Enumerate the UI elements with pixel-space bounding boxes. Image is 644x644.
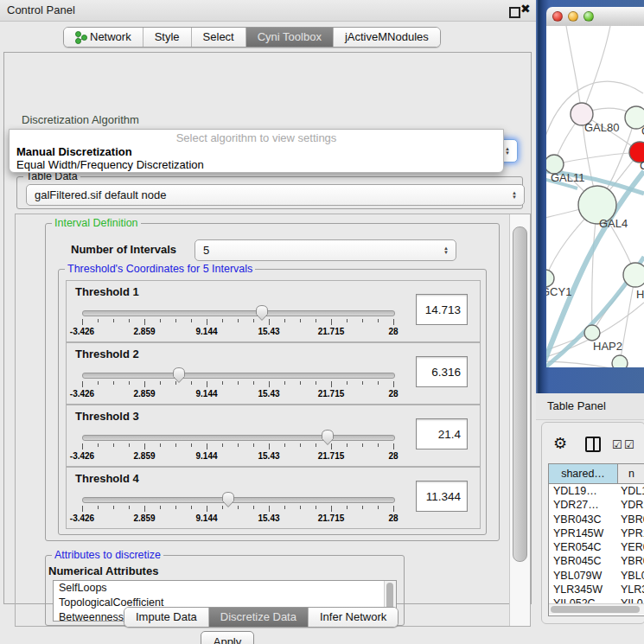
table-data-value: galFiltered.sif default node <box>35 188 166 201</box>
interval-definition-group: Interval Definition Number of Intervals … <box>45 223 500 541</box>
table-row[interactable]: YPR145WYPR1 <box>549 526 644 540</box>
tab-cyni-toolbox[interactable]: Cyni Toolbox <box>246 28 334 47</box>
stepper-icon: ▲▼ <box>443 246 449 255</box>
node-label: GAL80 <box>584 121 619 134</box>
network-node-hap2[interactable] <box>584 325 600 341</box>
column-layout-icon[interactable] <box>585 437 601 452</box>
column-header-name[interactable]: n <box>618 464 644 483</box>
column-header-shared-name[interactable]: shared… <box>549 464 618 483</box>
checked-checkbox-icon[interactable]: ☑ <box>612 438 622 451</box>
table-data-combobox[interactable]: galFiltered.sif default node ▲▼ <box>26 184 525 206</box>
threshold-value-field[interactable]: 14.713 <box>416 294 468 325</box>
network-graph: GAL80GCGAL11GAL4GCY1HHAP2 <box>546 26 644 367</box>
network-window-titlebar[interactable] <box>546 7 644 27</box>
tab-impute-data[interactable]: Impute Data <box>124 608 209 627</box>
node-label: C <box>640 159 644 172</box>
settings-scroll-area: Interval Definition Number of Intervals … <box>15 214 531 627</box>
threshold-panel-4: Threshold 4-3.4262.8599.14415.4321.71528… <box>66 467 481 529</box>
network-edge[interactable] <box>566 26 582 114</box>
network-node[interactable] <box>612 355 628 367</box>
table-row[interactable]: YDR27…YDR2 <box>549 498 644 512</box>
node-label: GAL4 <box>599 217 628 230</box>
threshold-slider[interactable]: -3.4262.8599.14415.4321.71528 <box>82 491 393 522</box>
table-row[interactable]: YBR045CYBR0 <box>549 554 644 568</box>
network-node-h[interactable] <box>623 263 644 287</box>
close-traffic-light-icon[interactable] <box>552 11 563 22</box>
node-label: GAL11 <box>551 171 585 184</box>
table-data-group: Table Data galFiltered.sif default node … <box>16 176 523 209</box>
close-icon[interactable]: ✖ <box>520 2 531 16</box>
threshold-label: Threshold 3 <box>75 410 139 423</box>
checked-checkbox-icon[interactable]: ☑ <box>624 438 634 451</box>
number-of-intervals-value: 5 <box>203 244 209 257</box>
threshold-panel-1: Threshold 1-3.4262.8599.14415.4321.71528… <box>66 280 481 342</box>
thresholds-group-title: Threshold's Coordinates for 5 Intervals <box>65 263 255 275</box>
threshold-slider[interactable]: -3.4262.8599.14415.4321.71528 <box>82 304 393 335</box>
bottom-tab-bar: Impute DataDiscretize DataInfer Network <box>124 607 399 628</box>
algorithm-placeholder-option[interactable]: Select algorithm to view settings <box>10 131 503 144</box>
gear-icon[interactable]: ⚙ <box>553 434 567 453</box>
tab-network[interactable]: Network <box>64 28 143 47</box>
threshold-panel-2: Threshold 2-3.4262.8599.14415.4321.71528… <box>66 342 481 405</box>
float-window-icon[interactable] <box>509 7 520 18</box>
stepper-icon: ▲▼ <box>512 191 517 200</box>
threshold-label: Threshold 2 <box>75 348 139 360</box>
threshold-label: Threshold 1 <box>75 285 139 298</box>
threshold-slider[interactable]: -3.4262.8599.14415.4321.71528 <box>82 429 393 460</box>
control-panel-title: Control Panel <box>7 3 75 16</box>
control-panel-titlebar: Control Panel ✖ <box>0 0 536 22</box>
threshold-slider[interactable]: -3.4262.8599.14415.4321.71528 <box>82 367 393 398</box>
tab-discretize-data[interactable]: Discretize Data <box>209 608 309 627</box>
network-canvas[interactable]: GAL80GCGAL11GAL4GCY1HHAP2 <box>546 26 644 367</box>
interval-definition-title: Interval Definition <box>52 217 141 229</box>
number-of-intervals-combobox[interactable]: 5 ▲▼ <box>194 239 456 261</box>
attribute-item[interactable]: SelfLoops <box>54 581 396 596</box>
discretization-algorithm-group-title: Discretization Algorithm <box>22 113 139 126</box>
node-label: HAP2 <box>593 340 622 353</box>
minimize-traffic-light-icon[interactable] <box>568 11 578 22</box>
top-tab-bar: NetworkStyleSelectCyni ToolboxjActiveMNo… <box>63 27 441 48</box>
algorithm-option-manual[interactable]: Manual Discretization <box>16 145 132 158</box>
network-node-gcy1[interactable] <box>546 270 554 287</box>
network-edge[interactable] <box>582 26 610 114</box>
stepper-icon: ▲▼ <box>505 147 510 156</box>
thresholds-group: Threshold's Coordinates for 5 Intervals … <box>58 269 487 535</box>
threshold-value-field[interactable]: 6.316 <box>416 356 468 387</box>
threshold-value-field[interactable]: 11.344 <box>416 481 468 512</box>
node-label: H <box>636 288 644 301</box>
horizontal-scrollbar[interactable] <box>549 603 644 615</box>
zoom-traffic-light-icon[interactable] <box>583 11 594 22</box>
network-icon <box>75 31 86 43</box>
vertical-scrollbar[interactable] <box>509 214 530 626</box>
table-row[interactable]: YBL079WYBL0 <box>549 569 644 583</box>
threshold-value-field[interactable]: 21.4 <box>416 418 468 450</box>
table-row[interactable]: YDL19…YDL1 <box>549 484 644 498</box>
network-edge[interactable] <box>546 361 644 367</box>
node-label: GCY1 <box>546 285 571 298</box>
table-panel-title: Table Panel <box>547 399 606 412</box>
table-panel-titlebar: Table Panel <box>536 393 644 420</box>
tab-infer-network[interactable]: Infer Network <box>309 608 398 627</box>
table-row[interactable]: YLR345WYLR3 <box>549 583 644 596</box>
network-edge[interactable] <box>554 152 640 164</box>
algorithm-dropdown-popup: Select algorithm to view settings Manual… <box>9 129 504 173</box>
table-panel: ⚙ ☑ ☑ shared… n YDL19…YDL1YDR27…YDR2YBR0… <box>541 422 644 624</box>
threshold-panel-3: Threshold 3-3.4262.8599.14415.4321.71528… <box>66 405 481 467</box>
node-attribute-table[interactable]: shared… n YDL19…YDL1YDR27…YDR2YBR043CYBR… <box>548 463 644 616</box>
apply-button[interactable]: Apply <box>201 631 254 644</box>
algorithm-option-equal-width[interactable]: Equal Width/Frequency Discretization <box>16 158 204 171</box>
threshold-label: Threshold 4 <box>75 472 139 485</box>
tab-select[interactable]: Select <box>192 28 246 47</box>
tab-style[interactable]: Style <box>143 28 192 47</box>
table-row[interactable]: YER054CYER0 <box>549 540 644 554</box>
tab-jactivemnodules[interactable]: jActiveMNodules <box>334 28 440 47</box>
table-row[interactable]: YBR043CYBR0 <box>549 513 644 526</box>
numerical-attributes-label: Numerical Attributes <box>48 564 158 577</box>
number-of-intervals-label: Number of Intervals <box>71 243 176 256</box>
cyni-toolbox-panel: Discretization Algorithm ▲▼ Select algor… <box>3 52 532 604</box>
table-header-row: shared… n <box>549 464 644 484</box>
attributes-group-title: Attributes to discretize <box>52 549 163 561</box>
